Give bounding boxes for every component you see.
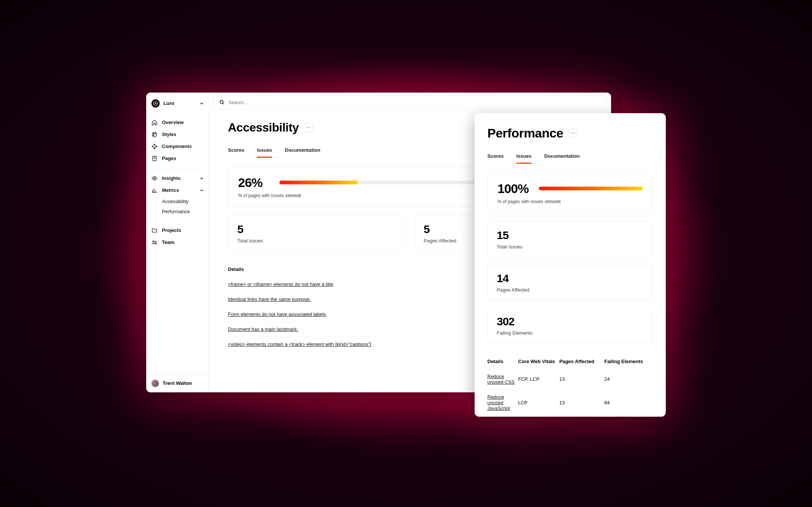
stat-card-total-issues: 5 Total Issues — [228, 215, 406, 251]
score-sublabel: % of pages with issues sitewide — [497, 199, 643, 204]
score-bar — [539, 187, 643, 190]
page-menu-button[interactable]: ⋯ — [304, 123, 313, 132]
tab-documentation[interactable]: Documentation — [544, 150, 580, 163]
score-value: 26% — [238, 175, 272, 190]
issue-link[interactable]: <frame> or <iframe> elements do not have… — [228, 281, 333, 287]
palette-icon — [151, 132, 157, 138]
team-icon — [151, 239, 157, 245]
nav-metrics[interactable]: Metrics — [146, 184, 209, 196]
folder-icon — [151, 227, 157, 233]
score-card: 100% % of pages with issues sitewide — [487, 173, 653, 213]
svg-point-2 — [152, 132, 157, 137]
nav-insights[interactable]: Insights — [146, 172, 209, 184]
table-row: Reduce unused CSSFCP, LCP1324 — [487, 369, 653, 389]
tab-issues[interactable]: Issues — [257, 144, 272, 157]
components-icon — [151, 144, 157, 150]
primary-nav: Overview Styles Components Pages — [146, 114, 209, 251]
cwv-cell: LCP — [518, 400, 559, 405]
stat-card-pages-affected: 14 Pages Affected — [487, 264, 653, 301]
svg-point-9 — [155, 241, 156, 242]
stat-label: Total Issues — [237, 238, 397, 244]
nav-divider — [151, 220, 204, 221]
stat-card-failing-elements: 302 Failing Elements — [487, 307, 653, 344]
chevron-up-icon — [200, 188, 204, 192]
tab-issues[interactable]: Issues — [516, 150, 531, 163]
tab-scores[interactable]: Scores — [487, 150, 503, 163]
chart-icon — [151, 187, 157, 193]
nav-label: Overview — [162, 120, 184, 125]
issue-link[interactable]: Identical links have the same purpose. — [228, 296, 311, 302]
stat-card-total-issues: 15 Total Issues — [487, 221, 653, 257]
nav-label: Pages — [162, 156, 176, 161]
page-title: Accessibility — [228, 121, 299, 135]
nav-divider — [151, 168, 204, 169]
svg-point-4 — [155, 133, 156, 134]
failing-cell: 24 — [604, 376, 653, 382]
score-value: 100% — [497, 181, 531, 196]
failing-cell: 84 — [604, 400, 653, 405]
svg-point-1 — [155, 103, 156, 104]
page-menu-button[interactable]: ⋯ — [568, 129, 577, 138]
nav-components[interactable]: Components — [146, 141, 209, 153]
chevron-down-icon — [200, 102, 204, 105]
nav-team[interactable]: Team — [146, 236, 209, 248]
user-menu[interactable]: Trent Walton — [146, 374, 209, 392]
nav-projects[interactable]: Projects — [146, 224, 209, 236]
user-avatar — [151, 380, 159, 387]
search-input[interactable] — [228, 100, 601, 105]
svg-point-3 — [153, 133, 154, 134]
svg-point-8 — [153, 241, 154, 242]
eye-icon — [151, 175, 157, 181]
sidebar: Luro Overview Styles Components — [146, 93, 209, 392]
nav-metrics-accessibility[interactable]: Accessibility — [146, 196, 209, 206]
stat-value: 5 — [237, 223, 397, 236]
col-header-cwv: Core Web Vitals — [518, 359, 559, 364]
stat-label: Pages Affected — [497, 287, 644, 293]
nav-overview[interactable]: Overview — [146, 117, 209, 129]
nav-metrics-performance[interactable]: Performance — [146, 206, 209, 217]
perf-table-body: Reduce unused CSSFCP, LCP1324Reduce unus… — [487, 369, 653, 416]
pages-cell: 13 — [559, 376, 604, 382]
tab-documentation[interactable]: Documentation — [285, 144, 321, 157]
stat-value: 15 — [497, 229, 644, 242]
nav-label: Components — [162, 144, 192, 149]
issue-link[interactable]: Form elements do not have associated lab… — [228, 311, 326, 317]
issue-link[interactable]: Reduce unused CSS — [487, 374, 515, 385]
cwv-cell: FCP, LCP — [518, 376, 559, 382]
stat-label: Failing Elements — [497, 330, 644, 336]
nav-styles[interactable]: Styles — [146, 129, 209, 141]
svg-point-5 — [153, 135, 154, 136]
stat-value: 302 — [497, 315, 644, 328]
nav-label: Team — [162, 239, 174, 245]
page-tabs: Scores Issues Documentation — [487, 150, 653, 164]
score-bar-fill — [279, 181, 358, 184]
perf-table-header: Details Core Web Vitals Pages Affected F… — [487, 354, 653, 369]
issue-link[interactable]: <video> elements contain a <track> eleme… — [228, 341, 371, 347]
issue-link[interactable]: Reduce unused JavaScript — [487, 394, 510, 411]
stat-value: 14 — [497, 272, 644, 285]
issue-link[interactable]: Document has a main landmark. — [228, 326, 298, 332]
nav-label: Projects — [162, 227, 181, 233]
col-header-details: Details — [487, 359, 518, 364]
page-title: Performance — [487, 126, 563, 141]
chevron-down-icon — [200, 176, 204, 180]
workspace-switcher[interactable]: Luro — [146, 93, 209, 114]
col-header-pages: Pages Affected — [559, 359, 604, 364]
performance-page: Performance ⋯ Scores Issues Documentatio… — [475, 113, 666, 417]
home-icon — [151, 120, 157, 126]
user-name: Trent Walton — [163, 380, 192, 386]
nav-pages[interactable]: Pages — [146, 153, 209, 165]
performance-window: Performance ⋯ Scores Issues Documentatio… — [475, 113, 666, 417]
score-bar-fill — [539, 187, 643, 190]
search-bar[interactable] — [213, 96, 607, 109]
pages-cell: 13 — [559, 400, 604, 405]
nav-label: Insights — [162, 175, 181, 181]
svg-point-7 — [154, 178, 155, 179]
pages-icon — [151, 156, 157, 162]
workspace-logo-icon — [151, 99, 160, 108]
tab-scores[interactable]: Scores — [228, 144, 244, 157]
nav-label: Styles — [162, 132, 176, 137]
table-row: Reduce unused JavaScriptLCP1384 — [487, 389, 653, 416]
search-icon — [219, 100, 225, 105]
col-header-failing: Failing Elements — [604, 359, 653, 364]
